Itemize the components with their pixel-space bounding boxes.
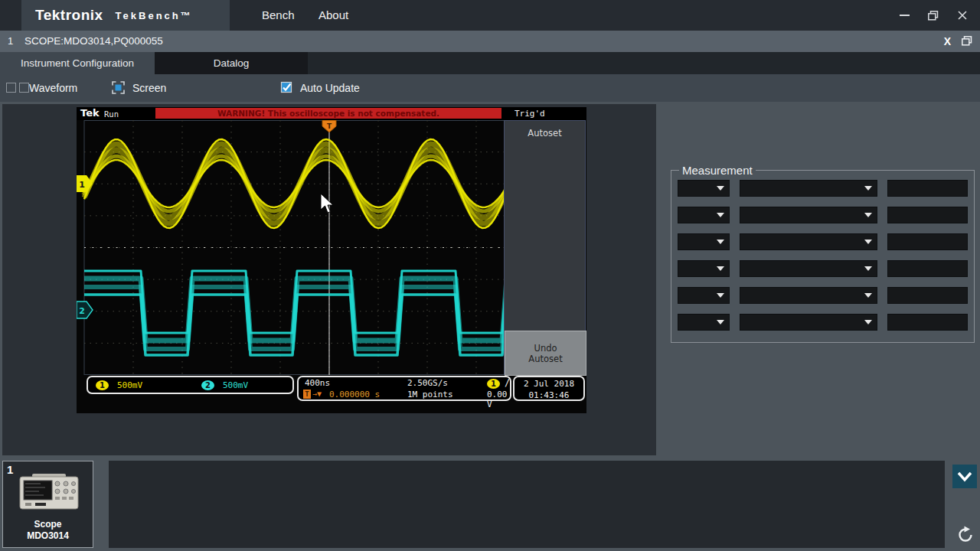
dropdown-caret-icon [717,320,724,324]
tile-label: Scope MDO3014 [3,519,93,542]
horizontal-position: 0.000000 s [329,390,380,399]
measurement-row-6 [678,314,968,331]
toolbar: Waveform Screen Auto Update Export [0,74,980,102]
popout-icon [962,36,972,46]
dropdown-caret-icon [717,186,724,191]
measurement-row-2 [678,207,968,223]
restore-button[interactable] [922,5,945,26]
measurement-value-field-row3[interactable] [887,233,968,250]
window-controls [893,0,974,31]
measurement-channel-select-row3[interactable] [678,233,730,250]
dropdown-caret-icon [864,320,872,324]
scope-warning-banner: WARNING! This oscilloscope is not compen… [155,108,501,119]
datetime-readout: 2 Jul 2018 01:43:46 [513,376,585,401]
waveform-label[interactable]: Waveform [29,82,77,94]
horizontal-trigger-readout: 400ns 2.50GS/s 1 / T →▼ 0.000000 s 1M po… [297,376,511,401]
auto-update-label[interactable]: Auto Update [300,82,360,94]
measurement-value-field-row6[interactable] [887,314,968,331]
close-button[interactable] [951,5,974,26]
screen-label[interactable]: Screen [132,82,166,94]
dropdown-caret-icon [864,240,872,244]
refresh-button[interactable] [954,523,977,546]
measurement-row-5 [678,287,968,304]
waveform-checkbox[interactable] [6,83,29,93]
svg-text:1: 1 [79,180,85,190]
trigger-level: 0.00 V [487,390,510,409]
measurement-channel-select-row5[interactable] [678,287,730,304]
sample-rate: 2.50GS/s [407,378,448,388]
measurement-value-field-row2[interactable] [887,207,968,223]
measurement-panel: Measurement [671,164,975,343]
dock-collapse-button[interactable] [952,465,977,488]
checkbox-checked-icon [280,81,293,94]
scope-acquisition-status: Run [104,109,119,119]
restore-icon [928,11,939,21]
measurement-channel-select-row4[interactable] [678,260,730,277]
instrument-bar: 1 SCOPE:MDO3014,PQ000055 X [0,31,980,52]
dropdown-caret-icon [864,213,872,217]
measurement-channel-select-row2[interactable] [678,207,730,223]
ch1-scale: 500mV [117,380,142,390]
auto-update-checkbox[interactable] [280,81,293,97]
measurement-value-field-row5[interactable] [887,287,968,304]
dropdown-caret-icon [864,266,872,271]
measurement-type-select-row2[interactable] [740,207,877,223]
menu-bench[interactable]: Bench [257,0,299,31]
tab-instrument-configuration[interactable]: Instrument Configuration [0,52,155,74]
trigger-position-icon: T [303,390,311,399]
close-icon [958,11,967,20]
scope-date: 2 Jul 2018 [514,378,583,390]
instrument-index: 1 [8,31,13,52]
svg-text:T: T [327,122,332,130]
dropdown-caret-icon [717,266,724,271]
measurement-channel-select-row1[interactable] [678,180,730,197]
measurement-row-4 [678,260,968,277]
instrument-popout-button[interactable] [962,35,972,49]
ch2-badge: 2 [201,380,214,390]
refresh-icon [956,526,975,544]
measurement-value-field-row4[interactable] [887,260,968,277]
dropdown-caret-icon [864,293,872,298]
dropdown-caret-icon [864,186,872,191]
measurement-rows [676,180,969,331]
measurement-type-select-row3[interactable] [740,233,877,250]
tab-strip: Instrument Configuration Datalog [0,52,980,74]
measurement-type-select-row4[interactable] [740,260,877,277]
scope-time: 01:43:46 [514,390,583,401]
screen-checkbox[interactable] [112,81,125,97]
chevron-down-icon [956,471,973,483]
measurement-type-select-row5[interactable] [740,287,877,304]
channel-scale-readout: 1 500mV 2 500mV [87,376,294,394]
menu-about[interactable]: About [314,0,353,31]
measurement-type-select-row6[interactable] [740,314,877,331]
measurement-value-field-row1[interactable] [887,180,968,197]
minimize-button[interactable] [893,5,916,26]
mouse-cursor-icon [320,193,338,214]
measurement-row-3 [678,233,968,250]
tekbench-product-name: TekBench™ [116,10,193,21]
ch1-badge: 1 [96,380,109,390]
tile-index: 1 [7,463,13,476]
ch2-scale: 500mV [223,380,248,390]
scope-screen-image: Tek Run WARNING! This oscilloscope is no… [77,107,586,413]
undo-autoset-button: Undo Autoset [505,331,586,376]
checkbox-unchecked-icon [6,83,29,93]
trigger-source-badge: 1 [487,379,500,389]
dropdown-caret-icon [717,213,724,217]
logo-panel: Tektronix TekBench™ [21,0,230,31]
instrument-tile-scope[interactable]: 1 Scope MDO3014 [2,461,93,548]
trigger-slope-icon: / [505,377,510,388]
dropdown-caret-icon [717,293,724,298]
instrument-title: SCOPE:MDO3014,PQ000055 [24,31,163,52]
minimize-icon [900,15,910,16]
measurement-type-select-row1[interactable] [740,180,877,197]
dropdown-caret-icon [717,240,724,244]
title-bar: Tektronix TekBench™ Bench About [0,0,980,31]
measurement-channel-select-row6[interactable] [678,314,730,331]
measurement-row-1 [678,180,968,197]
trigger-arrow-icon: →▼ [312,390,322,398]
instrument-close-button[interactable]: X [941,31,954,52]
tab-datalog[interactable]: Datalog [155,52,308,74]
horizontal-scale: 400ns [305,378,330,388]
tekbench-window: { "window": { "brand": "Tektronix", "pro… [0,0,980,551]
